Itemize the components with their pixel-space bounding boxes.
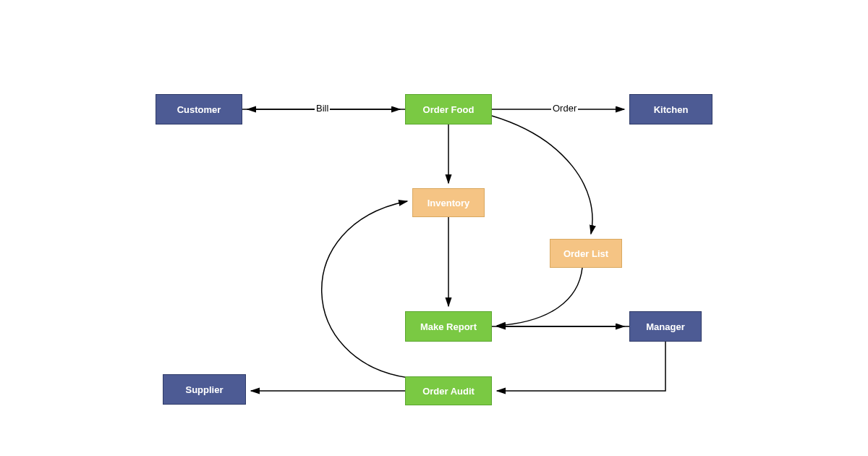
node-label: Supplier (185, 384, 223, 395)
node-supplier[interactable]: Supplier (163, 374, 246, 405)
node-label: Inventory (427, 198, 470, 208)
node-kitchen[interactable]: Kitchen (629, 94, 712, 124)
node-order-food[interactable]: Order Food (405, 94, 492, 124)
node-label: Manager (646, 321, 684, 332)
node-inventory[interactable]: Inventory (412, 188, 485, 217)
node-label: Customer (177, 104, 221, 115)
node-label: Kitchen (654, 104, 689, 115)
node-label: Order Food (423, 104, 475, 115)
edge-label-bill: Bill (315, 103, 330, 114)
edge-label-order: Order (551, 103, 578, 114)
node-manager[interactable]: Manager (629, 311, 702, 342)
node-label: Order Audit (422, 386, 475, 397)
node-make-report[interactable]: Make Report (405, 311, 492, 342)
node-order-audit[interactable]: Order Audit (405, 376, 492, 405)
node-label: Make Report (420, 321, 477, 332)
node-label: Order List (563, 248, 608, 259)
node-customer[interactable]: Customer (156, 94, 242, 124)
node-order-list[interactable]: Order List (550, 239, 622, 268)
